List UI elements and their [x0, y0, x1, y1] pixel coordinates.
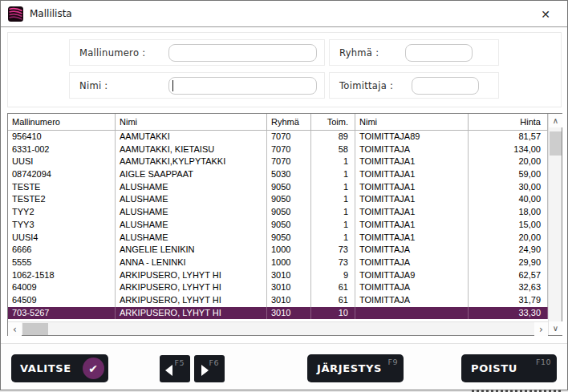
table-cell: 1: [311, 156, 355, 168]
table-cell: 89: [311, 131, 355, 143]
table-cell: 18,00: [469, 206, 548, 219]
table-cell: 40,00: [469, 193, 548, 206]
horizontal-scrollbar[interactable]: ‹ ›: [8, 321, 548, 335]
vertical-scrollbar[interactable]: ∧ ∨: [548, 114, 562, 335]
table-cell: ARKIPUSERO, LYHYT HI: [116, 307, 267, 320]
ryhma-input[interactable]: [405, 44, 473, 62]
table-cell: 5030: [267, 168, 311, 181]
table-cell: 9050: [267, 181, 311, 194]
table-cell: TOIMITTAJA: [355, 244, 469, 257]
table-cell: ARKIPUSERO, LYHYT HI: [116, 269, 267, 282]
table-cell: 64009: [8, 281, 116, 294]
scroll-right-icon[interactable]: ›: [534, 322, 548, 336]
table-cell: ARKIPUSERO, LYHYT HI: [116, 281, 267, 294]
vertical-scroll-thumb[interactable]: [550, 131, 562, 156]
filter-panel: Mallinumero : Ryhmä : Nimi : Toimittaja …: [7, 32, 562, 107]
jarjestys-button[interactable]: JÄRJESTYS F9: [307, 354, 404, 382]
table-cell: ALUSHAME: [116, 206, 267, 219]
table-cell: 61: [311, 281, 355, 294]
table-cell: TOIMITTAJA1: [355, 206, 469, 219]
table-cell: 1: [311, 168, 355, 181]
table-row[interactable]: 956410AAMUTAKKI707089TOIMITTAJA8981,57: [8, 131, 548, 143]
filter-group-mallinumero: Mallinumero :: [69, 39, 325, 66]
table-cell: 73: [311, 257, 355, 269]
mallinumero-input[interactable]: [168, 44, 317, 62]
f10-key-label: F10: [536, 358, 551, 366]
scroll-left-icon[interactable]: ‹: [8, 322, 22, 336]
table-cell: 81,57: [469, 131, 548, 143]
table-cell: TOIMITTAJA1: [355, 232, 469, 244]
table-cell: ALUSHAME: [116, 232, 267, 244]
table-cell: 6331-002: [8, 143, 116, 156]
column-header-toimittaja-nimi[interactable]: Nimi: [355, 114, 469, 131]
column-header-nimi[interactable]: Nimi: [116, 114, 267, 131]
table-cell: UUSI: [8, 156, 116, 168]
model-table-body: 956410AAMUTAKKI707089TOIMITTAJA8981,5763…: [8, 131, 548, 319]
column-header-toim[interactable]: Toim.: [311, 114, 355, 131]
table-cell: 31,79: [469, 294, 548, 307]
table-row[interactable]: TESTEALUSHAME90501TOIMITTAJA130,00: [8, 181, 548, 194]
table-cell: 1000: [267, 257, 311, 269]
table-cell: TYY2: [8, 206, 116, 219]
table-row[interactable]: UUSI4ALUSHAME90501TOIMITTAJA120,00: [8, 232, 548, 244]
table-cell: 1: [311, 181, 355, 194]
table-row[interactable]: 5555ANNA - LENINKI100073TOIMITTAJA29,90: [8, 257, 548, 269]
table-cell: 3010: [267, 269, 311, 282]
toimittaja-input[interactable]: [412, 77, 479, 95]
scroll-down-icon[interactable]: ∨: [549, 321, 562, 335]
table-cell: 3010: [267, 281, 311, 294]
table-cell: ALUSHAME: [116, 181, 267, 194]
table-cell: 3010: [267, 294, 311, 307]
jarjestys-label: JÄRJESTYS: [317, 362, 382, 374]
table-cell: 1: [311, 193, 355, 206]
previous-button[interactable]: F5: [160, 355, 190, 382]
table-cell: 30,00: [469, 181, 548, 194]
window-title: Mallilista: [30, 8, 72, 19]
filter-group-nimi: Nimi :: [69, 72, 325, 99]
table-row[interactable]: 703-5267ARKIPUSERO, LYHYT HI30101033,30: [8, 307, 548, 320]
f5-key-label: F5: [174, 358, 185, 367]
model-list: Mallinumero Nimi Ryhmä Toim. Nimi Hinta …: [7, 113, 562, 336]
table-row[interactable]: UUSIAAMUTAKKI,KYLPYTAKKI70701TOIMITTAJA1…: [8, 156, 548, 168]
table-header: Mallinumero Nimi Ryhmä Toim. Nimi Hinta: [8, 114, 548, 131]
poistu-button[interactable]: POISTU F10: [461, 354, 557, 382]
table-cell: TOIMITTAJA1: [355, 193, 469, 206]
column-header-ryhma[interactable]: Ryhmä: [267, 114, 311, 131]
table-row[interactable]: TYY2ALUSHAME90501TOIMITTAJA118,00: [8, 206, 548, 219]
table-cell: TYY3: [8, 219, 116, 232]
table-cell: 9050: [267, 232, 311, 244]
column-header-mallinumero[interactable]: Mallinumero: [8, 114, 116, 131]
table-row[interactable]: 08742094AIGLE SAAPPAAT50301TOIMITTAJA159…: [8, 168, 548, 181]
valitse-button[interactable]: VALITSE ✔: [11, 354, 108, 382]
table-cell: 9050: [267, 219, 311, 232]
horizontal-scroll-thumb[interactable]: [22, 323, 48, 335]
table-row[interactable]: 1062-1518ARKIPUSERO, LYHYT HI30109TOIMIT…: [8, 269, 548, 282]
column-header-hinta[interactable]: Hinta: [469, 114, 548, 131]
filter-group-ryhma: Ryhmä :: [329, 39, 499, 66]
close-icon[interactable]: ✕: [534, 4, 558, 25]
title-bar: Mallilista ✕: [1, 1, 567, 27]
table-cell: 956410: [8, 131, 116, 143]
nimi-input[interactable]: [168, 77, 317, 95]
table-row[interactable]: 6666ANGELIE LENIKIN100073TOIMITTAJA24,90: [8, 244, 548, 257]
table-cell: TOIMITTAJA: [355, 294, 469, 307]
table-cell: ALUSHAME: [116, 193, 267, 206]
table-cell: 703-5267: [8, 307, 116, 320]
table-cell: 61: [311, 294, 355, 307]
table-cell: 59,00: [469, 168, 548, 181]
table-row[interactable]: 64509ARKIPUSERO, LYHYT HI301061TOIMITTAJ…: [8, 294, 548, 307]
table-row[interactable]: TESTE2ALUSHAME90501TOIMITTAJA140,00: [8, 193, 548, 206]
ryhma-label: Ryhmä :: [339, 47, 379, 59]
table-row[interactable]: 64009ARKIPUSERO, LYHYT HI301061TOIMITTAJ…: [8, 281, 548, 294]
scroll-up-icon[interactable]: ∧: [549, 114, 562, 127]
next-button[interactable]: F6: [194, 355, 225, 382]
table-row[interactable]: TYY3ALUSHAME90501TOIMITTAJA115,00: [8, 219, 548, 232]
table-cell: TESTE: [8, 181, 116, 194]
table-cell: 58: [311, 143, 355, 156]
table-cell: TOIMITTAJA9: [355, 269, 469, 282]
table-cell: AAMUTAKKI: [116, 131, 267, 143]
table-cell: 7070: [267, 131, 311, 143]
table-cell: 62,57: [469, 269, 548, 282]
table-cell: 15,00: [469, 219, 548, 232]
table-row[interactable]: 6331-002AAMUTAKKI, KIETAISU707058TOIMITT…: [8, 143, 548, 156]
